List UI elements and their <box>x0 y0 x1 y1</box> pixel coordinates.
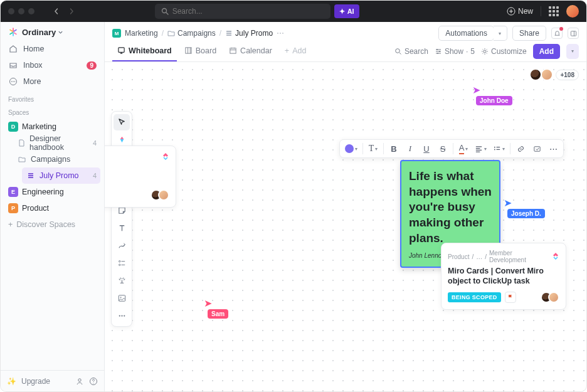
global-search[interactable] <box>155 4 331 19</box>
discover-spaces[interactable]: +Discover Spaces <box>4 216 100 233</box>
fmt-link[interactable] <box>513 141 528 156</box>
view-show[interactable]: Show·5 <box>435 47 475 56</box>
note-quote[interactable]: Life is what happens when you're busy ma… <box>409 169 492 246</box>
svg-rect-8 <box>571 31 576 35</box>
automations-button[interactable]: Automations <box>438 26 494 41</box>
user-icon[interactable] <box>75 377 84 386</box>
view-customize[interactable]: Customize <box>481 47 527 56</box>
svg-point-26 <box>494 146 495 147</box>
link-icon <box>517 145 525 153</box>
space-badge: P <box>8 203 18 213</box>
fmt-more[interactable]: ⋯ <box>546 141 561 156</box>
fmt-color[interactable]: ▾ <box>342 141 360 156</box>
priority-flag-icon[interactable] <box>505 292 516 303</box>
notifications-icon[interactable] <box>551 28 563 39</box>
space-badge: D <box>8 122 18 132</box>
tab-add-view[interactable]: +Add <box>280 41 312 61</box>
tool-connector[interactable] <box>114 237 130 253</box>
presence-avatar[interactable] <box>529 68 542 81</box>
tool-task[interactable] <box>114 255 130 271</box>
tool-image[interactable] <box>114 290 130 306</box>
window-controls[interactable] <box>8 8 34 14</box>
workspace-logo-icon <box>8 27 18 37</box>
doc-icon <box>17 139 26 147</box>
status-tag[interactable]: BEING SCOPED <box>448 292 501 302</box>
remote-cursor-john: ➤ John Doe <box>472 87 512 105</box>
tab-whiteboard[interactable]: Whiteboard <box>112 41 177 61</box>
tool-text[interactable] <box>114 220 130 236</box>
space-badge: E <box>8 187 18 197</box>
breadcrumb-more[interactable]: ⋯ <box>277 29 284 38</box>
sidebar-item-campaigns[interactable]: Campaigns <box>13 151 100 167</box>
add-button[interactable]: Add <box>533 44 560 59</box>
new-button[interactable]: New <box>507 7 533 16</box>
nav-back-button[interactable] <box>50 4 63 18</box>
breadcrumb-campaigns[interactable]: Campaigns <box>167 29 216 38</box>
svg-point-14 <box>439 51 440 52</box>
space-engineering[interactable]: EEngineering <box>4 184 100 200</box>
presence-avatar[interactable] <box>541 68 553 81</box>
fmt-font[interactable]: T▾ <box>366 141 381 156</box>
card-crumb[interactable]: Product <box>448 253 469 260</box>
sparkle-icon: ✨ <box>7 377 16 386</box>
tool-select[interactable] <box>114 114 130 130</box>
spaces-header: Spaces <box>1 104 104 117</box>
nav-home[interactable]: Home <box>4 41 100 57</box>
apps-grid-icon[interactable] <box>549 6 559 16</box>
task-card[interactable]: Product/ …/ Member Development Miro Card… <box>441 243 566 310</box>
card-crumb[interactable]: Member Development <box>489 250 549 263</box>
user-avatar[interactable] <box>566 5 579 18</box>
whiteboard-icon <box>117 46 125 55</box>
space-marketing[interactable]: DMarketing <box>4 119 100 135</box>
ai-sparkle-icon: ✦ <box>339 8 345 16</box>
workspace-switcher[interactable]: Ordinary <box>1 22 104 40</box>
presence-overflow[interactable]: +108 <box>556 70 579 80</box>
nav-inbox[interactable]: Inbox9 <box>4 57 100 73</box>
svg-point-16 <box>484 50 486 53</box>
search-input[interactable] <box>172 7 324 16</box>
help-icon[interactable] <box>89 377 98 386</box>
sidebar-item-handbook[interactable]: Designer handbook4 <box>13 135 100 151</box>
tab-calendar[interactable]: Calendar <box>224 41 277 61</box>
favorites-header: Favorites <box>1 91 104 104</box>
fmt-align[interactable]: ▾ <box>472 141 489 156</box>
breadcrumb-marketing[interactable]: Marketing <box>125 29 158 38</box>
nav-more[interactable]: More <box>4 73 100 90</box>
tool-stamp[interactable] <box>114 272 130 289</box>
fmt-bold[interactable]: B <box>386 141 401 156</box>
fmt-strike[interactable]: S <box>435 141 450 156</box>
tab-board[interactable]: Board <box>179 41 221 61</box>
breadcrumb-current[interactable]: July Promo <box>225 29 273 38</box>
sliders-icon <box>435 48 442 55</box>
fmt-list[interactable]: ▾ <box>490 141 507 156</box>
svg-point-27 <box>494 149 495 150</box>
task-card[interactable]: pment nsnt <box>105 146 176 208</box>
more-dots-icon <box>8 77 18 86</box>
fmt-task[interactable] <box>529 141 544 156</box>
space-product[interactable]: PProduct <box>4 200 100 216</box>
fmt-italic[interactable]: I <box>403 141 418 156</box>
svg-point-19 <box>119 260 120 262</box>
nav-forward-button[interactable] <box>65 4 78 18</box>
automations-chevron[interactable]: ▾ <box>494 26 507 41</box>
home-icon <box>8 45 18 53</box>
sidebar-item-july-promo[interactable]: July Promo4 <box>22 167 100 184</box>
panel-toggle-icon[interactable] <box>568 28 579 39</box>
ai-button[interactable]: ✦AI <box>334 4 359 18</box>
tool-more[interactable] <box>114 307 130 324</box>
svg-point-22 <box>120 297 121 298</box>
svg-rect-9 <box>119 48 124 52</box>
add-button-chevron[interactable]: ▾ <box>566 44 579 59</box>
view-search[interactable]: Search <box>394 47 428 56</box>
fmt-underline[interactable]: U <box>419 141 434 156</box>
folder-icon <box>17 156 27 163</box>
svg-point-15 <box>437 53 438 54</box>
upgrade-link[interactable]: Upgrade <box>21 377 50 386</box>
share-button[interactable]: Share <box>512 26 546 41</box>
whiteboard-canvas[interactable]: +108 ➤ John Doe <box>105 62 586 391</box>
card-title[interactable]: Miro Cards | Convert Miro object to Clic… <box>448 266 559 287</box>
fmt-text-color[interactable]: A▾ <box>456 141 471 156</box>
color-swatch-icon <box>345 144 354 153</box>
svg-point-4 <box>13 81 14 82</box>
card-crumb[interactable]: … <box>476 253 482 260</box>
